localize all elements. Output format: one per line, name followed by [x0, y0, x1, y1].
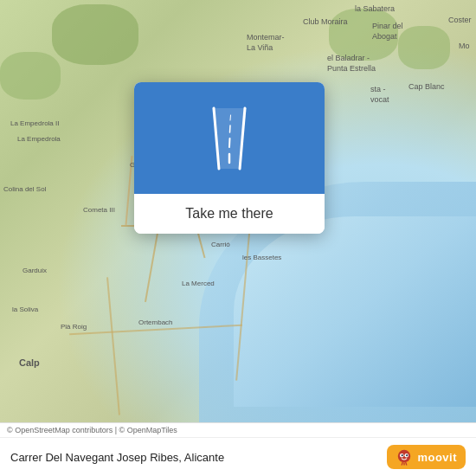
- map-label-pinar: Pinar delAbogat: [372, 22, 403, 42]
- map-label-ortembach: Ortembach: [138, 318, 173, 326]
- svg-point-4: [398, 450, 411, 463]
- map-label-cometa: Cometa III: [83, 206, 115, 214]
- svg-point-7: [402, 454, 403, 456]
- map-label-pla-roig: Plà Roig: [61, 323, 87, 331]
- map-label-colina: Colina del Sol: [3, 185, 46, 193]
- take-me-there-button[interactable]: Take me there: [134, 194, 325, 234]
- location-row: Carrer Del Navegant Josep Ribes, Alicant…: [0, 438, 476, 476]
- map-label-empedrola: La Empedrola: [17, 135, 61, 143]
- map-label-empedrola2: La Empedrola II: [10, 119, 59, 127]
- map-container: la Sabatera Club Moraira Pinar delAbogat…: [0, 0, 476, 476]
- navigation-icon: [195, 104, 264, 173]
- svg-line-1: [229, 138, 230, 147]
- moovit-badge: moovit: [387, 445, 466, 469]
- map-label-mo: Mo: [459, 42, 470, 50]
- green-patch: [0, 52, 61, 100]
- map-label-calp: Calp: [19, 357, 40, 368]
- map-label-baladrar: el Baladrar -Punta Estrella: [327, 54, 376, 74]
- card-icon-area: [134, 82, 325, 194]
- map-attribution: © OpenStreetMap contributors | © OpenMap…: [0, 423, 476, 438]
- moovit-text: moovit: [417, 451, 457, 464]
- green-patch: [52, 4, 138, 65]
- svg-line-2: [230, 125, 231, 132]
- bottom-bar: © OpenStreetMap contributors | © OpenMap…: [0, 422, 476, 476]
- map-label-cap-blanc: Cap Blanc: [408, 82, 445, 91]
- map-label-carrio: Carrió: [211, 241, 230, 248]
- map-label-montemar: Montemar-La Viña: [247, 33, 285, 53]
- moovit-logo: moovit: [387, 445, 466, 469]
- svg-point-8: [406, 454, 408, 456]
- green-patch: [398, 26, 450, 69]
- map-label-la-merced: La Merced: [182, 280, 215, 287]
- map-label-coster: Coster: [448, 16, 472, 24]
- map-label-club-moraira: Club Moraira: [303, 17, 348, 26]
- navigation-card: Take me there: [134, 82, 325, 234]
- map-label-garduix: Garduix: [23, 267, 47, 274]
- map-label-les-bassetes: les Bassetes: [242, 254, 281, 261]
- sea-inner: [234, 216, 476, 407]
- moovit-icon: [396, 448, 413, 466]
- map-label-la-sabatera: la Sabatera: [355, 4, 395, 13]
- svg-line-3: [230, 115, 231, 120]
- map-label-sta: sta -vocat: [370, 85, 389, 105]
- location-name: Carrer Del Navegant Josep Ribes, Alicant…: [10, 451, 224, 464]
- map-label-la-soliva: la Soliva: [12, 306, 38, 313]
